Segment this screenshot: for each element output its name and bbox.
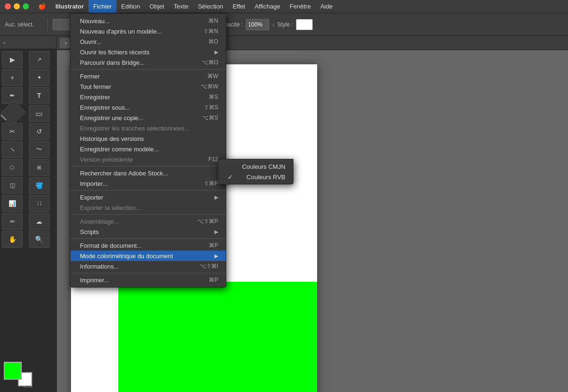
- blob-brush-tool[interactable]: ☁: [29, 213, 50, 230]
- menubar-item-aide[interactable]: Aide: [316, 0, 337, 13]
- style-preview[interactable]: [296, 19, 313, 30]
- menu-fermer-shortcut: ⌘W: [207, 73, 218, 79]
- menu-ouvrir-shortcut: ⌘O: [208, 38, 218, 45]
- separator-6: [71, 273, 226, 273]
- menu-ouvrir[interactable]: Ouvrir... ⌘O: [71, 36, 226, 47]
- symbol-sprayer-tool[interactable]: ∷: [29, 195, 50, 212]
- traffic-lights: [0, 3, 34, 9]
- style-label: Style :: [277, 21, 293, 28]
- minimize-button[interactable]: [14, 3, 20, 9]
- chart-tool[interactable]: 📊: [2, 195, 23, 212]
- zoom-tool[interactable]: 🔍: [29, 231, 50, 248]
- rectangle-tool[interactable]: ▭: [29, 105, 50, 122]
- menu-version-precedente-shortcut: F12: [208, 156, 218, 163]
- menubar-item-illustrator[interactable]: Illustrator: [51, 0, 89, 13]
- menu-importer-shortcut: ⇧⌘P: [204, 180, 218, 187]
- menu-imprimer[interactable]: Imprimer... ⌘P: [71, 275, 226, 285]
- menu-tout-fermer-shortcut: ⌥⌘W: [201, 83, 218, 90]
- menu-parcourir-bridge[interactable]: Parcourir dans Bridge... ⌥⌘O: [71, 57, 226, 68]
- direct-selection-tool[interactable]: ↗: [29, 51, 50, 68]
- menu-fichiers-recents-label: Ouvrir les fichiers récents: [80, 49, 150, 56]
- scale-tool[interactable]: ⤡: [2, 141, 23, 158]
- blend-tool[interactable]: ⬡: [2, 159, 23, 176]
- menu-rechercher-stock-label: Rechercher dans Adobe Stock...: [80, 170, 168, 177]
- scripts-arrow-icon: ▶: [214, 229, 218, 235]
- menubar-item-texte[interactable]: Texte: [169, 0, 193, 13]
- selection-label: Auc. sélect.: [5, 21, 43, 28]
- menu-parcourir-bridge-label: Parcourir dans Bridge...: [80, 59, 145, 66]
- text-tool[interactable]: T: [29, 87, 50, 104]
- menubar-item-effet[interactable]: Effet: [228, 0, 250, 13]
- tab-close-icon[interactable]: ×: [64, 40, 67, 46]
- menu-mode-colorimetrique-label: Mode colorimétrique du document: [80, 253, 173, 260]
- menu-enregistrer-modele-label: Enregistrer comme modèle...: [80, 146, 159, 153]
- menu-enregistrer-shortcut: ⌘S: [209, 94, 218, 100]
- menu-informations-label: Informations...: [80, 263, 119, 270]
- menubar-item-fenetre[interactable]: Fenêtre: [285, 0, 316, 13]
- menu-tout-fermer[interactable]: Tout fermer ⌥⌘W: [71, 81, 226, 92]
- hand-tool[interactable]: ✋: [2, 231, 23, 248]
- eyedropper-tool[interactable]: 🪣: [29, 177, 50, 194]
- shape-tool[interactable]: ✦: [29, 69, 50, 86]
- menu-nouveau-modele-label: Nouveau d'après un modèle...: [80, 28, 162, 35]
- warp-tool[interactable]: 〜: [29, 141, 50, 158]
- menu-format-document[interactable]: Format de document... ⌘P: [71, 240, 226, 251]
- menu-enregistrer-copie-shortcut: ⌥⌘S: [202, 114, 218, 121]
- menu-ouvrir-label: Ouvrir...: [80, 38, 102, 45]
- menu-nouveau[interactable]: Nouveau... ⌘N: [71, 16, 226, 26]
- menu-couleurs-rvb-label: Couleurs RVB: [247, 174, 285, 181]
- menu-exporter[interactable]: Exporter ▶: [71, 192, 226, 202]
- menu-enregistrer-copie[interactable]: Enregistrer une copie... ⌥⌘S: [71, 113, 226, 123]
- menu-nouveau-modele-shortcut: ⇧⌘N: [204, 28, 218, 35]
- menu-enregistrer-modele[interactable]: Enregistrer comme modèle...: [71, 144, 226, 154]
- menu-version-precedente: Version précédente F12: [71, 154, 226, 165]
- menubar-item-affichage[interactable]: Affichage: [250, 0, 285, 13]
- menu-rechercher-stock[interactable]: Rechercher dans Adobe Stock...: [71, 168, 226, 178]
- menu-fichiers-recents[interactable]: Ouvrir les fichiers récents ▶: [71, 47, 226, 57]
- pencil-tool[interactable]: ✏: [2, 213, 23, 230]
- menu-informations[interactable]: Informations... ⌥⇧⌘I: [71, 261, 226, 271]
- menu-tout-fermer-label: Tout fermer: [80, 83, 111, 90]
- menu-scripts-label: Scripts: [80, 228, 99, 235]
- separator-2: [71, 166, 226, 166]
- menu-nouveau-modele[interactable]: Nouveau d'après un modèle... ⇧⌘N: [71, 26, 226, 36]
- menu-enregistrer-sous-shortcut: ⇧⌘S: [204, 104, 218, 111]
- menu-enregistrer-sous-label: Enregistrer sous...: [80, 104, 130, 111]
- separator-1: [71, 69, 226, 70]
- menu-enregistrer-tranches: Enregistrer les tranches sélectionnées..…: [71, 123, 226, 133]
- menu-enregistrer[interactable]: Enregistrer ⌘S: [71, 92, 226, 102]
- add-anchor-tool[interactable]: +: [2, 69, 23, 86]
- selection-tool[interactable]: ▶: [2, 51, 23, 68]
- left-panel: « ▶ ↗ + ✦ ✒ T | ▭ ✂ ↺ ⤡ 〜 ⬡ ⊞ ◫ 🪣 📊 ∷ ✏ …: [0, 36, 57, 392]
- exporter-arrow-icon: ▶: [214, 194, 218, 200]
- menubar-item-apple[interactable]: 🍎: [34, 0, 51, 13]
- opacite-input[interactable]: 100%: [246, 19, 269, 30]
- menu-importer[interactable]: Importer... ⇧⌘P: [71, 178, 226, 189]
- opacite-value: 100%: [248, 21, 263, 28]
- menu-fermer-label: Fermer: [80, 73, 100, 80]
- menubar-item-edition[interactable]: Edition: [116, 0, 145, 13]
- menubar-item-selection[interactable]: Sélection: [193, 0, 228, 13]
- green-rectangle[interactable]: [118, 282, 317, 392]
- menubar-item-objet[interactable]: Objet: [145, 0, 169, 13]
- foreground-color[interactable]: [4, 362, 22, 380]
- mesh-tool[interactable]: ⊞: [29, 159, 50, 176]
- menu-fermer[interactable]: Fermer ⌘W: [71, 71, 226, 81]
- menu-enregistrer-sous[interactable]: Enregistrer sous... ⇧⌘S: [71, 102, 226, 113]
- maximize-button[interactable]: [23, 3, 29, 9]
- menu-exporter-label: Exporter: [80, 194, 103, 201]
- menu-historique[interactable]: Historique des versions: [71, 133, 226, 144]
- menu-couleurs-rvb[interactable]: ✓ Couleurs RVB: [218, 172, 293, 182]
- gradient-tool[interactable]: ◫: [2, 177, 23, 194]
- menu-couleurs-cmjn[interactable]: Couleurs CMJN: [218, 161, 293, 172]
- color-swatch: [4, 362, 32, 386]
- tools-grid: ▶ ↗ + ✦ ✒ T | ▭ ✂ ↺ ⤡ 〜 ⬡ ⊞ ◫ 🪣 📊 ∷ ✏ ☁ …: [0, 49, 56, 250]
- menu-informations-shortcut: ⌥⇧⌘I: [200, 263, 218, 270]
- rotate-tool[interactable]: ↺: [29, 123, 50, 140]
- menu-mode-colorimetrique[interactable]: Mode colorimétrique du document ▶: [71, 251, 226, 261]
- menubar-item-fichier[interactable]: Fichier: [89, 0, 116, 13]
- menu-scripts[interactable]: Scripts ▶: [71, 226, 226, 237]
- menu-version-precedente-label: Version précédente: [80, 156, 133, 163]
- close-button[interactable]: [5, 3, 11, 9]
- collapse-icon[interactable]: «: [3, 40, 6, 45]
